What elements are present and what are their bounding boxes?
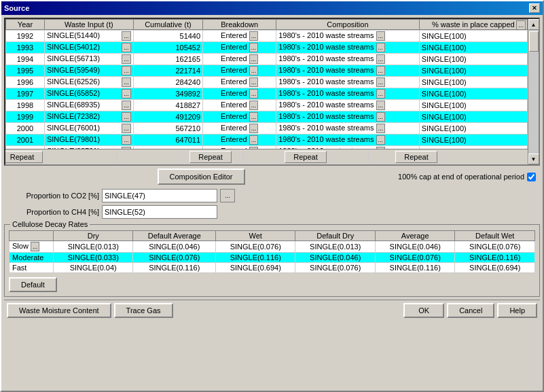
breakdown-ellipsis[interactable]: ... bbox=[249, 66, 259, 75]
table-cell: SINGLE(76001) ... bbox=[44, 123, 133, 135]
breakdown-ellipsis[interactable]: ... bbox=[249, 89, 259, 99]
proportion-ch4-label: Proportion to CH4 [%] bbox=[4, 208, 99, 216]
proportion-section: Proportion to CO2 [%] ... Proportion to … bbox=[4, 189, 540, 219]
breakdown-ellipsis[interactable]: ... bbox=[249, 43, 259, 52]
composition-ellipsis[interactable]: ... bbox=[376, 31, 386, 41]
decay-cell-dry: SINGLE(0.033) bbox=[54, 253, 133, 263]
composition-ellipsis[interactable]: ... bbox=[376, 112, 386, 122]
table-cell: 1980's - 2010 waste streams ... bbox=[276, 54, 419, 65]
composition-ellipsis[interactable]: ... bbox=[376, 101, 386, 110]
scroll-up[interactable]: ▲ bbox=[528, 19, 539, 30]
table-cell: 1995 bbox=[6, 65, 45, 77]
help-button[interactable]: Help bbox=[497, 303, 537, 318]
composition-ellipsis[interactable]: ... bbox=[376, 124, 386, 133]
decay-col-average: Average bbox=[375, 231, 454, 241]
trace-gas-button[interactable]: Trace Gas bbox=[114, 303, 173, 318]
waste-ellipsis[interactable]: ... bbox=[122, 43, 131, 52]
decay-cell-default_avg: SINGLE(0.076) bbox=[133, 253, 216, 263]
table-cell: 491209 bbox=[133, 111, 202, 123]
decay-ellipsis[interactable]: ... bbox=[31, 242, 40, 251]
table-cell: 1980's - 2010 waste streams ... bbox=[276, 123, 419, 135]
breakdown-ellipsis[interactable]: ... bbox=[249, 31, 259, 41]
pct-col-ellipsis[interactable]: ... bbox=[516, 20, 526, 30]
breakdown-ellipsis[interactable]: ... bbox=[249, 124, 259, 133]
composition-editor-area: Composition Editor bbox=[4, 168, 398, 185]
waste-moisture-button[interactable]: Waste Moisture Content bbox=[7, 303, 111, 318]
breakdown-ellipsis[interactable]: ... bbox=[249, 54, 259, 64]
decay-cell-dry: SINGLE(0.04) bbox=[54, 263, 133, 273]
breakdown-ellipsis[interactable]: ... bbox=[249, 77, 259, 87]
waste-ellipsis[interactable]: ... bbox=[122, 112, 131, 122]
table-cell: SINGLE(100) bbox=[419, 65, 527, 77]
repeat-btn-year[interactable]: Repeat bbox=[5, 151, 43, 163]
waste-ellipsis[interactable]: ... bbox=[122, 31, 131, 41]
decay-cell-average: SINGLE(0.076) bbox=[375, 253, 454, 263]
decay-cell-default_wet: SINGLE(0.694) bbox=[455, 263, 535, 273]
decay-col-wet: Wet bbox=[215, 231, 295, 241]
waste-ellipsis[interactable]: ... bbox=[122, 101, 131, 110]
table-cell: SINGLE(56713) ... bbox=[44, 54, 133, 65]
table-cell: SINGLE(100) bbox=[419, 31, 527, 42]
composition-editor-button[interactable]: Composition Editor bbox=[158, 168, 245, 185]
table-cell: 1980's - 2010 waste streams ... bbox=[276, 135, 419, 146]
repeat-btn-pct[interactable]: Repeat bbox=[395, 151, 437, 163]
breakdown-ellipsis[interactable]: ... bbox=[249, 112, 259, 122]
breakdown-ellipsis[interactable]: ... bbox=[249, 101, 259, 110]
waste-ellipsis[interactable]: ... bbox=[122, 135, 131, 145]
title-bar-buttons: ✕ bbox=[529, 3, 540, 13]
cellulose-decay-table: Dry Default Average Wet Default Dry Aver… bbox=[9, 230, 535, 273]
proportion-ch4-input[interactable] bbox=[102, 205, 217, 219]
table-cell: 2001 bbox=[6, 135, 45, 146]
proportion-co2-ellipsis[interactable]: ... bbox=[220, 189, 235, 202]
table-cell: 162165 bbox=[133, 54, 202, 65]
col-waste: Waste Input (t) bbox=[44, 20, 133, 30]
cancel-button[interactable]: Cancel bbox=[447, 303, 494, 318]
decay-cell-average: SINGLE(0.046) bbox=[375, 241, 454, 253]
waste-ellipsis[interactable]: ... bbox=[122, 54, 131, 64]
content-area: Year Waste Input (t) Cumulative (t) Brea… bbox=[1, 15, 543, 391]
composition-ellipsis[interactable]: ... bbox=[376, 89, 386, 99]
table-cell: SINGLE(100) bbox=[419, 100, 527, 111]
table-cell: SINGLE(100) bbox=[419, 135, 527, 146]
waste-ellipsis[interactable]: ... bbox=[122, 124, 131, 133]
waste-ellipsis[interactable]: ... bbox=[122, 77, 131, 87]
table-cell: 1998 bbox=[6, 100, 45, 111]
cap-check-input[interactable] bbox=[527, 173, 536, 181]
table-cell: 418827 bbox=[133, 100, 202, 111]
footer: Waste Moisture Content Trace Gas OK Canc… bbox=[4, 300, 540, 321]
table-header: Year Waste Input (t) Cumulative (t) Brea… bbox=[5, 19, 528, 30]
default-button[interactable]: Default bbox=[9, 277, 57, 292]
waste-ellipsis[interactable]: ... bbox=[122, 89, 131, 99]
scroll-down[interactable]: ▼ bbox=[528, 154, 539, 164]
proportion-co2-input[interactable] bbox=[102, 189, 217, 202]
decay-cell-default_wet: SINGLE(0.076) bbox=[455, 241, 535, 253]
waste-ellipsis[interactable]: ... bbox=[122, 66, 131, 75]
cap-check-label: 100% cap at end of operational period bbox=[398, 173, 524, 181]
decay-cell-wet: SINGLE(0.076) bbox=[215, 241, 295, 253]
repeat-btn-composition[interactable]: Repeat bbox=[285, 151, 326, 163]
composition-ellipsis[interactable]: ... bbox=[376, 77, 386, 87]
table-cell: SINGLE(100) bbox=[419, 42, 527, 54]
composition-ellipsis[interactable]: ... bbox=[376, 66, 386, 75]
table-cell: 1980's - 2010 waste streams ... bbox=[276, 88, 419, 100]
scroll-thumb[interactable] bbox=[529, 31, 539, 52]
table-cell: Entered ... bbox=[203, 100, 276, 111]
footer-left: Waste Moisture Content Trace Gas bbox=[7, 303, 173, 318]
decay-cell-default_dry: SINGLE(0.013) bbox=[295, 241, 375, 253]
table-cell: 1980's - 2010 waste streams ... bbox=[276, 111, 419, 123]
table-scrollbar[interactable]: ▲ ▼ bbox=[528, 19, 539, 164]
composition-ellipsis[interactable]: ... bbox=[376, 135, 386, 145]
table-cell: Entered ... bbox=[203, 31, 276, 42]
table-cell: 2000 bbox=[6, 123, 45, 135]
composition-ellipsis[interactable]: ... bbox=[376, 54, 386, 64]
composition-ellipsis[interactable]: ... bbox=[376, 43, 386, 52]
table-cell: SINGLE(79801) ... bbox=[44, 135, 133, 146]
close-button[interactable]: ✕ bbox=[529, 3, 540, 13]
table-cell: Entered ... bbox=[203, 88, 276, 100]
breakdown-ellipsis[interactable]: ... bbox=[249, 135, 259, 145]
ok-button[interactable]: OK bbox=[403, 303, 444, 318]
table-body-scroll[interactable]: 1992SINGLE(51440) ...51440Entered ...198… bbox=[5, 30, 528, 149]
table-cell: 1980's - 2010 waste streams ... bbox=[276, 100, 419, 111]
repeat-btn-breakdown[interactable]: Repeat bbox=[189, 151, 231, 163]
table-cell: Entered ... bbox=[203, 42, 276, 54]
